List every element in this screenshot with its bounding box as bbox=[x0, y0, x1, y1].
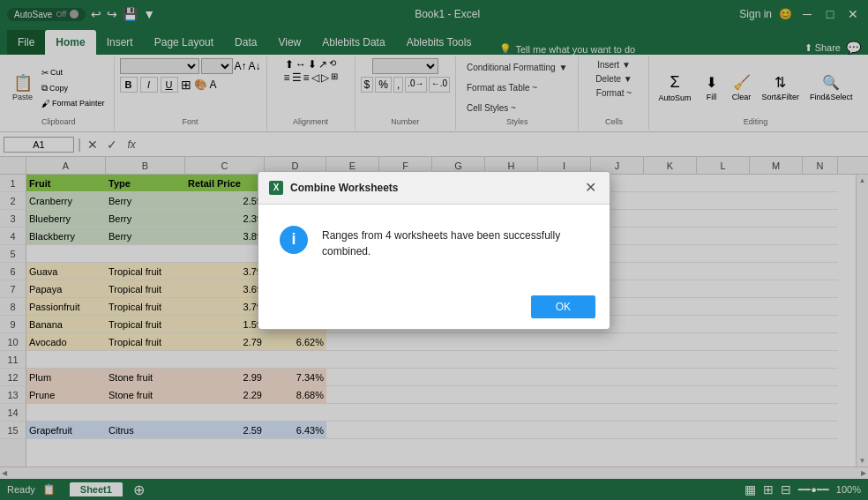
dialog-app-icon: X bbox=[269, 181, 283, 195]
combine-worksheets-dialog: X Combine Worksheets ✕ i Ranges from 4 w… bbox=[258, 171, 610, 330]
dialog-footer: OK bbox=[258, 285, 610, 329]
dialog-message: Ranges from 4 worksheets have been succe… bbox=[322, 222, 588, 259]
dialog-body: i Ranges from 4 worksheets have been suc… bbox=[258, 205, 610, 285]
dialog-title: Combine Worksheets bbox=[290, 182, 398, 194]
dialog-close-button[interactable]: ✕ bbox=[581, 179, 599, 197]
dialog-title-left: X Combine Worksheets bbox=[269, 181, 398, 195]
dialog-titlebar: X Combine Worksheets ✕ bbox=[258, 172, 610, 205]
dialog-ok-button[interactable]: OK bbox=[531, 295, 595, 318]
dialog-overlay: X Combine Worksheets ✕ i Ranges from 4 w… bbox=[0, 0, 868, 500]
dialog-info-icon: i bbox=[280, 226, 308, 254]
